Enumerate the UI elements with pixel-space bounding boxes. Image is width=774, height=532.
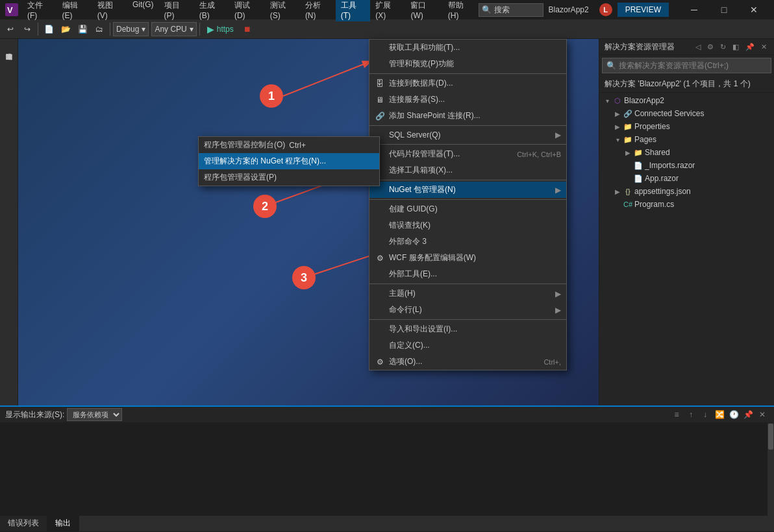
menu-item-customize[interactable]: 自定义(C)... (369, 337, 566, 354)
menu-item-choose-toolbox[interactable]: 选择工具箱项(X)... (369, 162, 566, 178)
menu-item-sql-server[interactable]: SQL Server(Q)▶ (369, 127, 566, 143)
tab-errors[interactable]: 错误列表 (0, 514, 47, 531)
run-button[interactable]: ▶ https (203, 22, 238, 36)
preview-button[interactable]: PREVIEW (618, 3, 669, 17)
panel-close-output[interactable]: ✕ (756, 408, 769, 421)
output-icon-1[interactable]: ≡ (670, 408, 683, 421)
submenu-item-manage-nuget[interactable]: 管理解决方案的 NuGet 程序包(N)... (199, 153, 379, 169)
toolbar-redo[interactable]: ↪ (19, 21, 35, 37)
panel-pin-output[interactable]: 📌 (742, 408, 755, 421)
global-search[interactable]: 🔍 搜索 (479, 3, 543, 17)
window-controls: ─ □ ✕ (679, 0, 769, 19)
toolbar-sep2 (110, 23, 110, 36)
menu-item-edit[interactable]: 编辑(E) (57, 0, 92, 21)
menu-item-build[interactable]: 生成(B) (194, 0, 229, 21)
menu-item-wcf[interactable]: ⚙WCF 服务配置编辑器(W) (369, 250, 566, 266)
toolbar-sep1 (38, 23, 38, 36)
menu-item-git[interactable]: Git(G) (127, 0, 159, 21)
menu-item-extensions[interactable]: 扩展(X) (370, 0, 405, 21)
submenu-item-pkg-console[interactable]: 程序包管理器控制台(O)Ctrl+ (199, 137, 379, 153)
menu-label-code-snippets: 代码片段管理器(T)... (389, 149, 460, 160)
tree-label-imports: _Imports.razor (645, 161, 695, 170)
panel-close[interactable]: ✕ (759, 42, 769, 52)
menu-label-error-lookup: 错误查找(K) (389, 220, 431, 231)
panel-icon-2[interactable]: ⚙ (705, 42, 716, 52)
run-icon: ▶ (207, 24, 214, 34)
output-icon-2[interactable]: ↑ (684, 408, 697, 421)
menu-item-import-export[interactable]: 导入和导出设置(I)... (369, 321, 566, 337)
toolbar-open[interactable]: 📂 (58, 21, 73, 37)
tree-item-appsettings[interactable]: ▶{}appsettings.json (599, 185, 774, 198)
debug-config-dropdown[interactable]: Debug ▾ (113, 22, 149, 36)
minimize-button[interactable]: ─ (679, 0, 709, 19)
menu-item-add-sharepoint[interactable]: 🔗添加 SharePoint 连接(R)... (369, 108, 566, 124)
menu-item-connect-server[interactable]: 🖥连接服务器(S)... (369, 91, 566, 108)
menu-item-external-tools[interactable]: 外部工具(E)... (369, 266, 566, 282)
maximize-button[interactable]: □ (709, 0, 739, 19)
menu-label-get-tools: 获取工具和功能(T)... (389, 42, 460, 53)
panel-icon-1[interactable]: ◁ (693, 42, 703, 52)
panel-icon-3[interactable]: ↻ (718, 42, 728, 52)
close-button[interactable]: ✕ (739, 0, 769, 19)
menu-item-nuget[interactable]: NuGet 包管理器(N)▶ (369, 182, 566, 198)
toolbar-save-all[interactable]: 🗂 (92, 21, 107, 37)
menu-item-theme[interactable]: 主题(H)▶ (369, 285, 566, 302)
menu-item-window[interactable]: 窗口(W) (405, 0, 442, 21)
toolbar-stop[interactable]: ⏹ (240, 21, 255, 37)
solution-explorer-search[interactable]: 🔍 搜索解决方案资源管理器(Ctrl+;) (602, 58, 771, 73)
tree-arrow-connected: ▶ (612, 110, 623, 117)
menu-item-view[interactable]: 视图(V) (92, 0, 127, 21)
menu-item-create-guid[interactable]: 创建 GUID(G) (369, 201, 566, 217)
output-source-dropdown[interactable]: 服务依赖项 (67, 408, 122, 421)
menu-item-connect-db[interactable]: 🗄连接到数据库(D)... (369, 75, 566, 91)
output-scrollbar[interactable] (768, 423, 774, 516)
panel-icon-4[interactable]: ◧ (730, 42, 741, 52)
toolbar-save[interactable]: 💾 (75, 21, 90, 37)
menu-item-options[interactable]: ⚙选项(O)...Ctrl+, (369, 354, 566, 370)
tree-label-pages: Pages (634, 135, 656, 144)
submenu-item-pkg-settings[interactable]: 程序包管理器设置(P) (199, 169, 379, 186)
menu-bar: 文件(F)编辑(E)视图(V)Git(G)项目(P)生成(B)调试(D)测试(S… (22, 0, 479, 21)
gutter-icon-1[interactable]: 溯波翻浪咖啡 (3, 42, 16, 54)
menu-item-help[interactable]: 帮助(H) (443, 0, 479, 21)
menu-label-external-cmd3: 外部命令 3 (389, 236, 427, 247)
panel-pin[interactable]: 📌 (743, 42, 756, 52)
tree-item-connected[interactable]: ▶🔗Connected Services (599, 107, 774, 120)
toolbar-new[interactable]: 📄 (41, 21, 56, 37)
menu-item-file[interactable]: 文件(F) (22, 0, 57, 21)
menu-item-cmdline[interactable]: 命令行(L)▶ (369, 302, 566, 318)
menu-item-test[interactable]: 测试(S) (265, 0, 300, 21)
menu-item-get-tools[interactable]: 获取工具和功能(T)... (369, 40, 566, 56)
menu-sep-sep6 (369, 284, 566, 284)
toolbar-undo[interactable]: ↩ (3, 21, 18, 37)
menu-item-project[interactable]: 项目(P) (159, 0, 194, 21)
app-name-label: BlazorApp2 (549, 5, 589, 14)
menu-icon-external-cmd3 (375, 237, 385, 247)
user-avatar[interactable]: L (599, 3, 612, 16)
output-icon-3[interactable]: ↓ (699, 408, 712, 421)
menu-item-code-snippets[interactable]: 代码片段管理器(T)...Ctrl+K, Ctrl+B (369, 146, 566, 162)
tree-arrow-shared: ▶ (623, 149, 633, 156)
tree-item-blazorapp2[interactable]: ▾⬡BlazorApp2 (599, 94, 774, 107)
output-icon-5[interactable]: 🕐 (727, 408, 740, 421)
output-icon-4[interactable]: 🔀 (713, 408, 726, 421)
tab-output[interactable]: 输出 (47, 514, 79, 531)
toolbar-sep3 (199, 23, 200, 36)
menu-item-error-lookup[interactable]: 错误查找(K) (369, 217, 566, 234)
menu-item-debug[interactable]: 调试(D) (229, 0, 265, 21)
tree-item-imports[interactable]: 📄_Imports.razor (599, 159, 774, 172)
output-panel-header: 显示输出来源(S): 服务依赖项 ≡ ↑ ↓ 🔀 🕐 📌 ✕ (0, 407, 774, 423)
tree-item-shared[interactable]: ▶📁Shared (599, 146, 774, 159)
menu-item-tools[interactable]: 工具(T) (336, 0, 371, 21)
menu-item-external-cmd3[interactable]: 外部命令 3 (369, 234, 566, 250)
menu-item-manage-preview[interactable]: 管理和预览(P)功能 (369, 56, 566, 72)
tree-item-program[interactable]: C#Program.cs (599, 198, 774, 211)
tree-item-pages[interactable]: ▾📁Pages (599, 133, 774, 146)
tree-item-properties[interactable]: ▶📁Properties (599, 120, 774, 133)
cpu-dropdown[interactable]: Any CPU ▾ (151, 22, 196, 36)
tree-icon-app: 📄 (633, 173, 643, 184)
menu-icon-cmdline (375, 305, 385, 315)
menu-item-analyze[interactable]: 分析(N) (300, 0, 336, 21)
tree-item-app[interactable]: 📄App.razor (599, 172, 774, 185)
menu-sep-sep5 (369, 199, 566, 200)
